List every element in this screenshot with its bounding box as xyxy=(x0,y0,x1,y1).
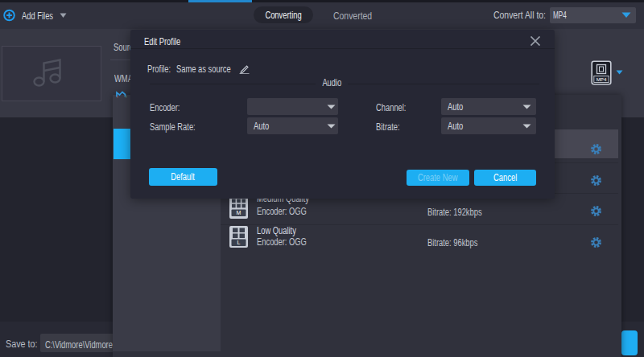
svg-text:L: L xyxy=(237,240,241,245)
svg-text:M: M xyxy=(237,210,242,215)
svg-text:MP4: MP4 xyxy=(597,76,607,82)
